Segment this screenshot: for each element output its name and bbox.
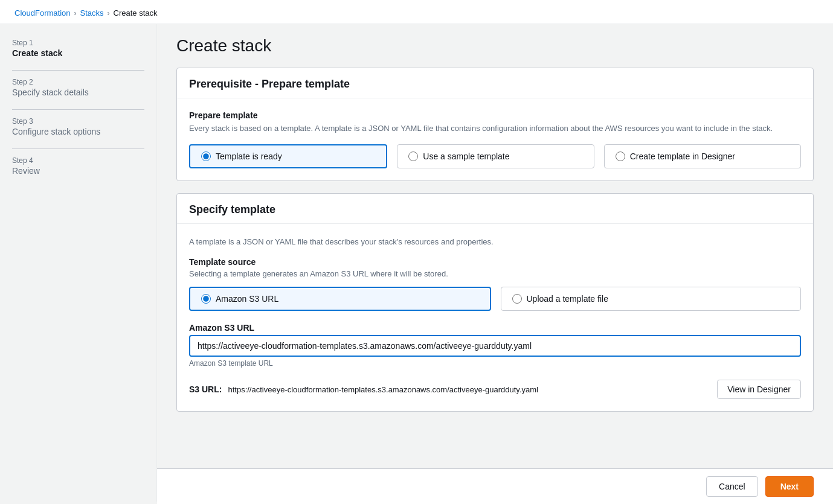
- prerequisite-title: Prerequisite - Prepare template: [189, 78, 801, 91]
- page-title: Create stack: [176, 36, 814, 56]
- s3-url-field-label: Amazon S3 URL: [189, 323, 801, 333]
- next-button[interactable]: Next: [765, 476, 814, 497]
- label-upload-file[interactable]: Upload a template file: [527, 294, 608, 304]
- template-source-desc: Selecting a template generates an Amazon…: [189, 269, 801, 278]
- main-content: Create stack Prerequisite - Prepare temp…: [157, 24, 833, 502]
- sidebar-step-4-name[interactable]: Review: [12, 166, 144, 176]
- breadcrumb-current: Create stack: [114, 8, 158, 18]
- prerequisite-card: Prerequisite - Prepare template Prepare …: [176, 68, 814, 181]
- prepare-options: Template is ready Use a sample template …: [189, 144, 801, 168]
- view-in-designer-button[interactable]: View in Designer: [717, 380, 801, 399]
- s3-url-group: Amazon S3 URL Amazon S3 template URL: [189, 323, 801, 368]
- sidebar-step-1-label: Step 1: [12, 39, 144, 47]
- sidebar-step-3-name[interactable]: Configure stack options: [12, 127, 144, 136]
- s3-url-input[interactable]: [189, 335, 801, 357]
- radio-sample-template[interactable]: [408, 152, 418, 161]
- specify-template-card-body: A template is a JSON or YAML file that d…: [177, 224, 813, 412]
- s3-display-value: https://activeeye-cloudformation-templat…: [228, 385, 711, 394]
- sidebar-step-1[interactable]: Step 1 Create stack: [12, 39, 144, 58]
- option-template-ready[interactable]: Template is ready: [189, 144, 387, 168]
- option-sample-template[interactable]: Use a sample template: [397, 144, 594, 168]
- label-s3-url[interactable]: Amazon S3 URL: [216, 294, 278, 304]
- breadcrumb: CloudFormation › Stacks › Create stack: [0, 0, 833, 24]
- sidebar-step-2[interactable]: Step 2 Specify stack details: [12, 78, 144, 97]
- specify-template-card: Specify template A template is a JSON or…: [176, 193, 814, 412]
- specify-template-card-header: Specify template: [177, 194, 813, 224]
- sidebar-step-1-name[interactable]: Create stack: [12, 48, 144, 58]
- sidebar-divider-1: [12, 70, 144, 71]
- sidebar-divider-2: [12, 109, 144, 110]
- s3-display-row: S3 URL: https://activeeye-cloudformation…: [189, 380, 801, 399]
- prepare-label: Prepare template: [189, 110, 801, 120]
- template-source-label: Template source: [189, 257, 801, 267]
- sidebar-step-2-label: Step 2: [12, 78, 144, 86]
- breadcrumb-cloudformation[interactable]: CloudFormation: [14, 8, 71, 18]
- cancel-button[interactable]: Cancel: [706, 476, 758, 497]
- s3-display-label: S3 URL:: [189, 384, 222, 394]
- sidebar: Step 1 Create stack Step 2 Specify stack…: [0, 24, 157, 502]
- sidebar-step-2-name[interactable]: Specify stack details: [12, 88, 144, 97]
- specify-template-desc: A template is a JSON or YAML file that d…: [189, 236, 801, 248]
- prerequisite-card-header: Prerequisite - Prepare template: [177, 68, 813, 98]
- prepare-desc: Every stack is based on a template. A te…: [189, 123, 801, 135]
- breadcrumb-stacks[interactable]: Stacks: [80, 8, 104, 18]
- s3-url-hint: Amazon S3 template URL: [189, 359, 801, 368]
- sidebar-step-4-label: Step 4: [12, 156, 144, 165]
- label-designer[interactable]: Create template in Designer: [630, 152, 735, 161]
- prerequisite-card-body: Prepare template Every stack is based on…: [177, 98, 813, 180]
- label-template-ready[interactable]: Template is ready: [216, 152, 282, 161]
- sidebar-divider-3: [12, 148, 144, 149]
- label-sample-template[interactable]: Use a sample template: [423, 152, 509, 161]
- radio-s3-url[interactable]: [201, 294, 211, 304]
- sidebar-step-3[interactable]: Step 3 Configure stack options: [12, 117, 144, 136]
- sidebar-step-3-label: Step 3: [12, 117, 144, 126]
- radio-designer[interactable]: [616, 152, 625, 161]
- source-options: Amazon S3 URL Upload a template file: [189, 287, 801, 311]
- template-source-group: Template source Selecting a template gen…: [189, 257, 801, 311]
- footer: Cancel Next: [157, 468, 833, 504]
- option-upload-file[interactable]: Upload a template file: [501, 287, 802, 311]
- radio-template-ready[interactable]: [201, 152, 211, 161]
- specify-template-title: Specify template: [189, 203, 801, 216]
- breadcrumb-sep-2: ›: [108, 9, 110, 18]
- option-designer[interactable]: Create template in Designer: [604, 144, 801, 168]
- breadcrumb-sep-1: ›: [74, 9, 77, 18]
- radio-upload-file[interactable]: [512, 294, 522, 304]
- sidebar-step-4[interactable]: Step 4 Review: [12, 156, 144, 176]
- option-s3-url[interactable]: Amazon S3 URL: [189, 287, 491, 311]
